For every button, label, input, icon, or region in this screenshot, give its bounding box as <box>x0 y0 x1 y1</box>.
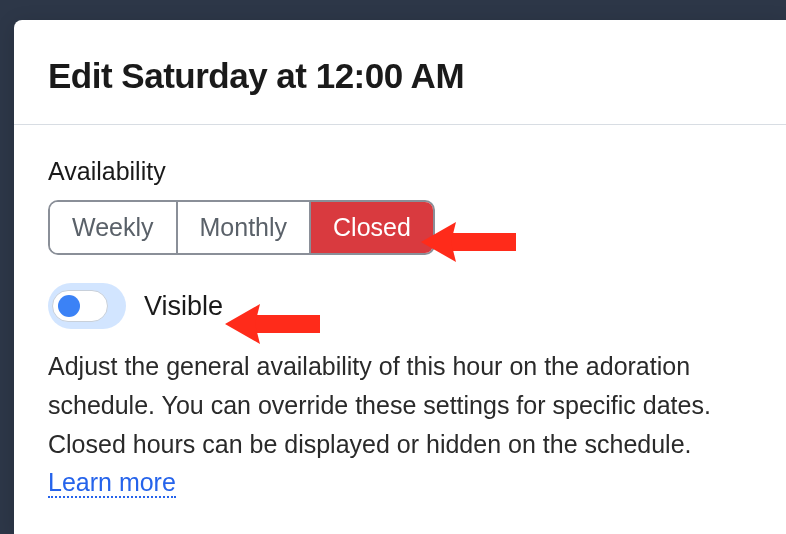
learn-more-link[interactable]: Learn more <box>48 468 176 498</box>
modal-body: Availability Weekly Monthly Closed Visib… <box>14 125 786 522</box>
availability-label: Availability <box>48 157 752 186</box>
segment-weekly[interactable]: Weekly <box>50 202 178 253</box>
description-text: Adjust the general availability of this … <box>48 352 711 458</box>
visible-toggle-row: Visible <box>48 283 752 329</box>
segment-closed[interactable]: Closed <box>311 202 433 253</box>
modal-title: Edit Saturday at 12:00 AM <box>48 56 752 96</box>
toggle-track <box>52 290 108 322</box>
modal-header: Edit Saturday at 12:00 AM <box>14 20 786 125</box>
availability-segmented-control: Weekly Monthly Closed <box>48 200 435 255</box>
visible-toggle-label: Visible <box>144 291 223 322</box>
visible-toggle[interactable] <box>48 283 126 329</box>
toggle-knob <box>58 295 80 317</box>
segment-monthly[interactable]: Monthly <box>178 202 312 253</box>
availability-description: Adjust the general availability of this … <box>48 347 752 502</box>
edit-hour-modal: Edit Saturday at 12:00 AM Availability W… <box>14 20 786 534</box>
